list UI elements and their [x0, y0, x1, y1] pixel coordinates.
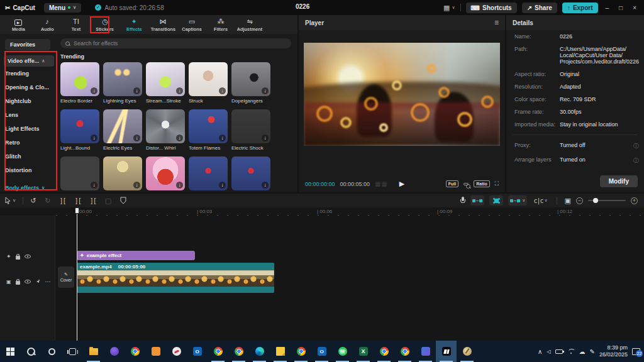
chrome-profile3-button[interactable]: [228, 341, 249, 362]
playhead-handle[interactable]: [75, 207, 79, 214]
minimize-button[interactable]: –: [603, 4, 612, 11]
visibility-icon[interactable]: [25, 280, 31, 283]
timeline-ruler[interactable]: 00:00 | 00:03 | 00:06 | 00:09 | 00:12: [55, 207, 644, 216]
file-explorer-button[interactable]: [83, 341, 104, 362]
search-button[interactable]: [21, 341, 42, 362]
info-icon[interactable]: ⓘ: [633, 156, 639, 165]
sidebar-item-retro[interactable]: Retro: [0, 136, 57, 150]
effect-card[interactable]: ↓ Electric Eyes: [103, 109, 142, 151]
download-icon[interactable]: ↓: [176, 87, 183, 94]
download-icon[interactable]: ↓: [176, 134, 183, 141]
delete-left-button[interactable]: ][: [75, 197, 81, 204]
sidebar-item-glitch[interactable]: Glitch: [0, 150, 57, 163]
export-button[interactable]: ↑ Export: [562, 3, 598, 13]
tab-transitions[interactable]: ⋈ Transitions: [148, 18, 177, 34]
expand-player-icon[interactable]: ⛶: [495, 180, 499, 187]
zoom-in-button[interactable]: +: [631, 197, 638, 204]
effect-clip[interactable]: ✦ example effect: [77, 251, 195, 260]
zoom-out-button[interactable]: −: [576, 197, 583, 204]
play-button[interactable]: ▶: [399, 180, 404, 188]
effect-card[interactable]: ↓ Totem Flames: [189, 109, 228, 151]
video-clip[interactable]: example.mp4 00:00:05:00: [77, 263, 274, 293]
visibility-icon[interactable]: [25, 255, 31, 258]
iptv-app-button[interactable]: [104, 341, 125, 362]
display-mode-icon[interactable]: ▦▦: [375, 180, 388, 187]
download-icon[interactable]: ↓: [91, 182, 97, 189]
record-voiceover-icon[interactable]: [460, 197, 465, 204]
download-icon[interactable]: ↓: [262, 134, 269, 141]
notification-center-button[interactable]: 22: [632, 348, 640, 355]
sidebar-item-trending[interactable]: Trending: [0, 67, 57, 80]
onedrive-icon[interactable]: ☁: [579, 348, 586, 355]
effect-card[interactable]: ↓ Dopelgangers: [231, 62, 270, 104]
effect-card[interactable]: ↓ Distor... Whirl: [146, 109, 185, 151]
ratio-button[interactable]: Ratio: [474, 180, 490, 187]
rocket-app-button[interactable]: [166, 341, 187, 362]
effect-card[interactable]: ↓: [146, 156, 185, 190]
lock-icon[interactable]: [16, 281, 20, 285]
effect-thumbnail[interactable]: ↓: [103, 156, 142, 190]
paint-app-button[interactable]: [457, 341, 477, 362]
excel-button[interactable]: X: [353, 341, 374, 362]
download-icon[interactable]: ↓: [91, 134, 97, 141]
overlap-mode-button[interactable]: c|c∨: [533, 197, 547, 204]
fullscreen-preview-button[interactable]: Full: [446, 180, 458, 187]
sidebar-item-lens[interactable]: Lens: [0, 108, 57, 122]
download-icon[interactable]: ↓: [219, 182, 226, 189]
download-icon[interactable]: ↓: [91, 87, 97, 94]
effect-thumbnail[interactable]: ↓: [146, 156, 185, 190]
effect-thumbnail[interactable]: ↓: [103, 62, 142, 96]
menu-button[interactable]: Menu ∨: [44, 3, 81, 13]
chrome-profile4-button[interactable]: [291, 341, 311, 362]
sidebar-item-distortion[interactable]: Distortion: [0, 163, 57, 177]
mute-icon[interactable]: [35, 279, 41, 284]
select-tool-button[interactable]: ∨: [4, 197, 16, 204]
linked-preview-toggle[interactable]: ∨: [508, 195, 527, 206]
edge-button[interactable]: [249, 341, 270, 362]
download-icon[interactable]: ↓: [133, 87, 140, 94]
download-icon[interactable]: ↓: [219, 87, 226, 94]
delete-right-button[interactable]: ][: [90, 197, 96, 204]
effect-thumbnail[interactable]: ↓: [231, 62, 270, 96]
effect-card[interactable]: ↓: [103, 156, 142, 190]
shortcuts-button[interactable]: ⌨ Shortcuts: [466, 3, 517, 13]
chrome-button[interactable]: [125, 341, 145, 362]
crop-button[interactable]: ▢: [105, 197, 111, 205]
magnetic-snap-toggle[interactable]: [489, 195, 503, 206]
effect-thumbnail[interactable]: ↓: [103, 109, 142, 143]
lock-icon[interactable]: [16, 256, 20, 260]
outlook-button[interactable]: O: [187, 341, 208, 362]
preview-quality-icon[interactable]: ▣: [565, 197, 571, 205]
effect-thumbnail[interactable]: ↓: [60, 62, 99, 96]
effect-card[interactable]: ↓ Struck: [189, 62, 228, 104]
effect-thumbnail[interactable]: ↓: [189, 62, 228, 96]
playhead[interactable]: [77, 207, 77, 341]
download-icon[interactable]: ↓: [219, 134, 226, 141]
chrome-profile2-button[interactable]: [208, 341, 228, 362]
cortana-button[interactable]: [42, 341, 62, 362]
cover-button[interactable]: ✎ Cover: [58, 266, 74, 288]
video-preview[interactable]: [304, 43, 500, 146]
download-icon[interactable]: ↓: [262, 182, 269, 189]
search-input[interactable]: Search for effects: [60, 38, 291, 48]
effect-thumbnail[interactable]: ↓: [60, 109, 99, 143]
redo-button[interactable]: ↻: [45, 197, 50, 205]
whatsapp-button[interactable]: ☏: [332, 341, 353, 362]
slider-knob[interactable]: [593, 198, 598, 203]
close-button[interactable]: ×: [630, 4, 639, 11]
volume-icon[interactable]: ◁: [547, 349, 550, 354]
tab-audio[interactable]: ♪ Audio: [33, 18, 62, 34]
modify-button[interactable]: Modify: [600, 175, 638, 187]
start-button[interactable]: [0, 341, 21, 362]
sidebar-item-light-effects[interactable]: Light Effects: [0, 122, 57, 136]
auto-link-toggle[interactable]: [470, 195, 484, 206]
tab-effects[interactable]: ✦ Effects: [119, 18, 148, 34]
tab-captions[interactable]: ▭ Captions: [177, 18, 206, 34]
effect-thumbnail[interactable]: ↓: [189, 156, 228, 190]
sidebar-item-nightclub[interactable]: Nightclub: [0, 94, 57, 108]
effect-thumbnail[interactable]: ↓: [146, 109, 185, 143]
download-icon[interactable]: ↓: [133, 182, 140, 189]
effect-card[interactable]: ↓: [189, 156, 228, 190]
effect-thumbnail[interactable]: ↓: [60, 156, 99, 190]
effect-thumbnail[interactable]: ↓: [231, 109, 270, 143]
